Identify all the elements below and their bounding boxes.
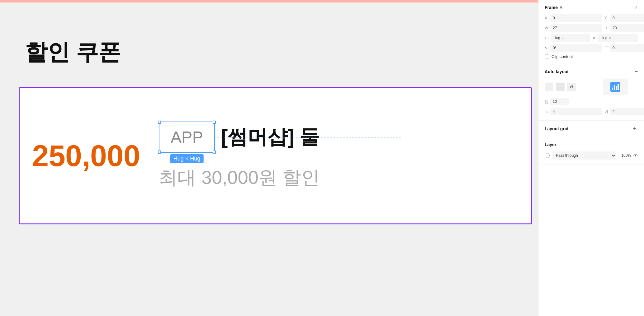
handle-bl bbox=[158, 151, 161, 154]
layout-grid-section: Layout grid + bbox=[538, 121, 644, 137]
x-input[interactable] bbox=[550, 14, 602, 22]
auto-layout-header: Auto layout − bbox=[545, 69, 638, 74]
frame-header: Frame ∨ ⤢ bbox=[545, 5, 638, 10]
layer-opacity: 100% bbox=[618, 153, 631, 158]
frame-section: Frame ∨ ⤢ X Y W H bbox=[538, 0, 644, 64]
layer-section: Layer Pass through Normal Multiply Scree… bbox=[538, 137, 644, 165]
auto-layout-remove-button[interactable]: − bbox=[635, 69, 638, 74]
canvas-content: 할인 쿠폰 250,000 APP bbox=[0, 0, 538, 316]
direction-row: ↓ → ↺ ··· bbox=[545, 79, 638, 95]
h-field-group: H bbox=[604, 24, 644, 32]
clip-content-row: Clip content bbox=[545, 54, 638, 59]
padding-left-icon: |◁ bbox=[545, 110, 549, 114]
frame-title: Frame ∨ bbox=[545, 5, 562, 10]
hug-badge: Hug × Hug bbox=[170, 154, 204, 163]
h-label: H bbox=[604, 26, 609, 30]
auto-layout-title: Auto layout bbox=[545, 69, 569, 74]
spacing-grid bbox=[603, 79, 628, 95]
clip-content-checkbox[interactable] bbox=[545, 55, 549, 59]
fullscreen-icon[interactable]: ⤢ bbox=[634, 5, 638, 10]
w-field-group: W bbox=[545, 24, 602, 32]
direction-right-button[interactable]: → bbox=[556, 83, 565, 91]
y-field-group: Y bbox=[604, 14, 644, 22]
hug-y-icon: ✕ bbox=[593, 36, 597, 40]
gap-input[interactable] bbox=[550, 98, 569, 105]
spacing-bar-4 bbox=[618, 84, 619, 90]
y-input[interactable] bbox=[610, 14, 644, 22]
layout-grid-add-button[interactable]: + bbox=[632, 126, 638, 132]
frame-chevron-icon[interactable]: ∨ bbox=[560, 5, 562, 10]
hug-y-group: ✕ Hug ∨ bbox=[593, 34, 638, 42]
layer-visibility-icon[interactable]: 👁 bbox=[633, 153, 638, 158]
xy-row: X Y bbox=[545, 14, 638, 22]
spacing-bar-2 bbox=[614, 85, 615, 90]
padding-row: |◁ ▽| ⊡ bbox=[545, 108, 638, 115]
layer-title: Layer bbox=[545, 142, 556, 147]
pink-top-bar bbox=[0, 0, 538, 2]
direction-wrap-button[interactable]: ↺ bbox=[567, 83, 576, 91]
spacing-grid-inner bbox=[610, 82, 620, 92]
spacing-bar-1 bbox=[612, 88, 613, 90]
app-tag: APP bbox=[159, 122, 215, 153]
spacing-bars bbox=[612, 84, 619, 90]
padding-left-input[interactable] bbox=[550, 108, 602, 115]
gap-horizontal-icon: ]|[ bbox=[545, 99, 548, 104]
coupon-right: APP Hug × Hug [썸머샵] 둘 최대 30,000원 할인 bbox=[159, 122, 519, 190]
hug-x-group: ⟷ Hug ∨ bbox=[545, 34, 590, 42]
radius-icon: ⌒ bbox=[604, 45, 609, 51]
coupon-card: 250,000 APP Hug × Hug bbox=[19, 87, 532, 224]
h-input[interactable] bbox=[610, 24, 644, 32]
layout-grid-title: Layout grid bbox=[545, 126, 568, 131]
angle-group: ↖ bbox=[545, 44, 602, 52]
padding-top-input[interactable] bbox=[610, 108, 644, 115]
auto-layout-controls: ↓ → ↺ ··· bbox=[545, 79, 638, 115]
layout-grid-header: Layout grid + bbox=[545, 126, 638, 132]
w-label: W bbox=[545, 26, 549, 30]
hug-x-chevron-icon: ∨ bbox=[561, 36, 564, 40]
spacing-bar-3 bbox=[616, 86, 617, 90]
hug-y-dropdown[interactable]: Hug ∨ bbox=[598, 34, 638, 42]
layer-header: Layer bbox=[545, 142, 638, 147]
selection-dotted-line bbox=[214, 137, 401, 137]
x-label: X bbox=[545, 16, 549, 20]
padding-top-icon: ▽| bbox=[604, 110, 609, 114]
auto-layout-more-button[interactable]: ··· bbox=[630, 83, 638, 91]
angle-radius-row: ↖ ⌒ ⊡ bbox=[545, 44, 638, 52]
y-label: Y bbox=[604, 16, 609, 20]
coupon-subtitle: 최대 30,000원 할인 bbox=[159, 165, 519, 190]
hug-x-value: Hug bbox=[553, 36, 560, 40]
radius-input[interactable] bbox=[610, 44, 644, 52]
app-tag-text: APP bbox=[171, 128, 203, 146]
angle-icon: ↖ bbox=[545, 46, 549, 50]
handle-tl bbox=[158, 121, 161, 124]
layer-blend-icon bbox=[545, 153, 550, 158]
layer-blend-select[interactable]: Pass through Normal Multiply Screen Over… bbox=[552, 151, 616, 160]
wh-row: W H bbox=[545, 24, 638, 32]
canvas-area: 할인 쿠폰 250,000 APP bbox=[0, 0, 538, 316]
padding-top-group: ▽| ⊡ bbox=[604, 108, 644, 115]
hug-x-icon: ⟷ bbox=[545, 36, 550, 40]
app-tag-wrapper[interactable]: APP Hug × Hug bbox=[159, 122, 215, 153]
padding-left-group: |◁ bbox=[545, 108, 602, 115]
w-input[interactable] bbox=[550, 24, 602, 32]
handle-br bbox=[213, 151, 216, 154]
hug-y-value: Hug bbox=[601, 36, 608, 40]
page-title: 할인 쿠폰 bbox=[25, 37, 121, 67]
coupon-top-row: APP Hug × Hug [썸머샵] 둘 bbox=[159, 122, 519, 153]
x-field-group: X bbox=[545, 14, 602, 22]
direction-down-button[interactable]: ↓ bbox=[545, 83, 553, 91]
clip-content-label: Clip content bbox=[552, 54, 573, 59]
gap-row: ]|[ bbox=[545, 98, 638, 105]
angle-input[interactable] bbox=[550, 44, 602, 52]
handle-tr bbox=[213, 121, 216, 124]
hug-x-dropdown[interactable]: Hug ∨ bbox=[551, 34, 590, 42]
layer-row: Pass through Normal Multiply Screen Over… bbox=[545, 151, 638, 160]
hug-y-chevron-icon: ∨ bbox=[609, 36, 611, 40]
auto-layout-section: Auto layout − ↓ → ↺ bbox=[538, 64, 644, 121]
coupon-amount: 250,000 bbox=[32, 139, 140, 173]
right-panel: Frame ∨ ⤢ X Y W H bbox=[538, 0, 644, 316]
radius-group: ⌒ ⊡ bbox=[604, 44, 644, 52]
hug-row: ⟷ Hug ∨ ✕ Hug ∨ bbox=[545, 34, 638, 42]
